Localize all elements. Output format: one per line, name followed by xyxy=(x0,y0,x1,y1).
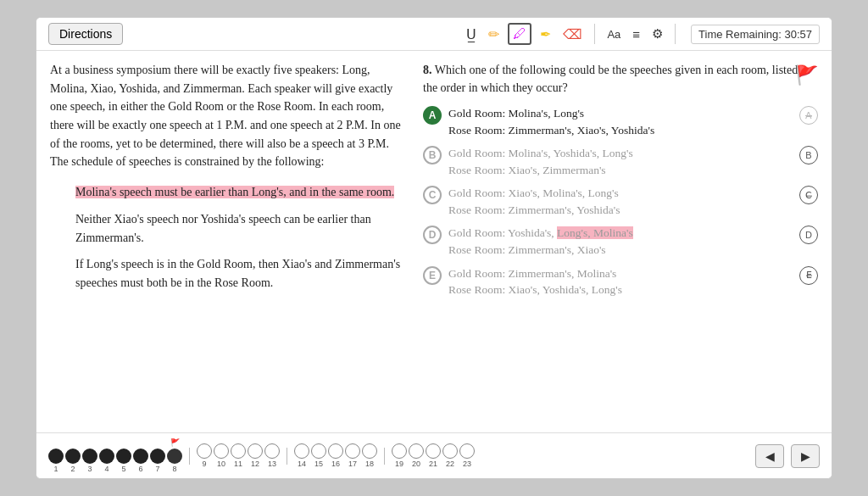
nav-dot-14[interactable] xyxy=(294,443,309,459)
choice-circle-d[interactable]: D xyxy=(423,226,442,244)
left-panel: At a business symposium there will be ex… xyxy=(50,61,406,422)
font-size-icon[interactable]: Aa xyxy=(604,26,624,42)
toolbar: Directions U̲ ✏ 🖊 ✒ ⌫ Aa ≡ ⚙ Time Remain… xyxy=(36,18,832,51)
choice-row-a: A Gold Room: Molina's, Long'sRose Room: … xyxy=(423,105,818,138)
constraint-1: Molina's speech must be earlier than Lon… xyxy=(75,183,406,202)
dot-num-6: 6 xyxy=(133,465,148,473)
settings-icon[interactable]: ⚙ xyxy=(648,25,666,43)
choice-row-b: B Gold Room: Molina's, Yoshida's, Long's… xyxy=(423,145,818,178)
nav-dot-3[interactable] xyxy=(82,449,97,464)
nav-dot-21[interactable] xyxy=(426,443,441,459)
nav-dot-4[interactable] xyxy=(99,449,114,464)
question-header: 8. Which one of the following could be t… xyxy=(423,61,818,97)
d-highlighted: Long's, Molina's xyxy=(557,226,633,239)
nav-group-3: 14 15 16 17 18 xyxy=(294,443,377,468)
divider1 xyxy=(594,24,595,44)
line-spacing-icon[interactable]: ≡ xyxy=(629,25,643,43)
nav-arrows: ◀ ▶ xyxy=(752,444,820,468)
question-number: 8. xyxy=(423,64,432,76)
nav-dot-11[interactable] xyxy=(231,443,246,459)
choice-text-e: Gold Room: Zimmerman's, Molina'sRose Roo… xyxy=(448,265,793,298)
nav-dot-22[interactable] xyxy=(442,443,458,459)
elim-icon-e[interactable]: E̶ xyxy=(799,266,818,285)
right-panel: 8. Which one of the following could be t… xyxy=(423,61,818,422)
nav-dot-2[interactable] xyxy=(65,449,81,464)
constraint-2: Neither Xiao's speech nor Yoshida's spee… xyxy=(75,210,406,247)
nav-dot-10[interactable] xyxy=(214,443,229,459)
underline-icon[interactable]: U̲ xyxy=(463,25,480,44)
nav-group-2: 9 10 11 12 13 xyxy=(197,443,280,468)
choice-row-d: D Gold Room: Yoshida's, Long's, Molina's… xyxy=(423,225,818,258)
elim-icon-b[interactable]: B xyxy=(799,146,818,164)
nav-dot-15[interactable] xyxy=(311,443,326,459)
dot-num-4: 4 xyxy=(99,465,114,473)
dot-col-5: 5 xyxy=(116,449,131,473)
question-text: Which one of the following could be the … xyxy=(423,64,810,94)
pencil-icon[interactable]: ✏ xyxy=(485,25,503,44)
dot-col-4: 4 xyxy=(99,449,114,473)
choice-circle-a[interactable]: A xyxy=(423,106,442,125)
nav-group-4: 19 20 21 22 23 xyxy=(392,443,475,468)
dot-col-8: 🚩 8 xyxy=(167,438,182,473)
nav-dot-7[interactable] xyxy=(150,449,165,464)
choice-row-c: C Gold Room: Xiao's, Molina's, Long'sRos… xyxy=(423,185,818,218)
constraint-3: If Long's speech is in the Gold Room, th… xyxy=(75,255,406,292)
choice-text-c: Gold Room: Xiao's, Molina's, Long'sRose … xyxy=(448,185,793,218)
dot-col-7: 7 xyxy=(150,449,165,473)
choice-text-a: Gold Room: Molina's, Long'sRose Room: Zi… xyxy=(448,105,793,138)
nav-dot-6[interactable] xyxy=(133,449,148,464)
divider2 xyxy=(675,24,676,44)
constraint-1-highlighted: Molina's speech must be earlier than Lon… xyxy=(75,186,394,198)
dot-num-5: 5 xyxy=(116,465,131,473)
dot-col-3: 3 xyxy=(82,449,97,473)
nav-dot-19[interactable] xyxy=(392,443,407,459)
nav-div-2 xyxy=(287,448,287,465)
passage-text: At a business symposium there will be ex… xyxy=(50,61,406,171)
dot-num-1: 1 xyxy=(48,465,64,473)
toolbar-icons: U̲ ✏ 🖊 ✒ ⌫ Aa ≡ ⚙ Time Remaining: 30:57 xyxy=(463,23,820,45)
nav-dot-16[interactable] xyxy=(328,443,343,459)
choice-circle-e[interactable]: E xyxy=(423,266,442,285)
dot-num-2: 2 xyxy=(65,465,81,473)
flag-icon[interactable]: 🚩 xyxy=(795,61,818,89)
answer-choices: A Gold Room: Molina's, Long'sRose Room: … xyxy=(423,105,818,298)
next-button[interactable]: ▶ xyxy=(791,444,820,468)
time-remaining: Time Remaining: 30:57 xyxy=(691,25,820,44)
dot-num-8: 8 xyxy=(167,465,182,473)
nav-dot-18[interactable] xyxy=(362,443,377,459)
content-area: At a business symposium there will be ex… xyxy=(36,51,832,432)
flag-marker-8: 🚩 xyxy=(170,438,180,447)
elim-icon-d[interactable]: D xyxy=(799,226,818,244)
eraser-icon[interactable]: ⌫ xyxy=(559,25,586,44)
nav-dot-20[interactable] xyxy=(409,443,424,459)
choice-circle-b[interactable]: B xyxy=(423,146,442,164)
elim-icon-a[interactable]: A̶ xyxy=(799,106,818,125)
dot-num-7: 7 xyxy=(150,465,165,473)
prev-button[interactable]: ◀ xyxy=(755,444,784,468)
dot-col-6: 6 xyxy=(133,449,148,473)
nav-dot-17[interactable] xyxy=(345,443,360,459)
nav-dot-9[interactable] xyxy=(197,443,212,459)
directions-button[interactable]: Directions xyxy=(48,23,123,45)
bottom-nav: 1 2 3 4 5 6 7 xyxy=(36,432,832,478)
choice-text-d: Gold Room: Yoshida's, Long's, Molina'sRo… xyxy=(448,225,793,258)
nav-dot-13[interactable] xyxy=(264,443,280,459)
nav-dot-23[interactable] xyxy=(459,443,475,459)
dot-num-3: 3 xyxy=(82,465,97,473)
marker-icon[interactable]: ✒ xyxy=(537,25,554,44)
nav-group-1: 1 2 3 4 5 6 7 xyxy=(48,438,182,473)
dot-col-1: 1 xyxy=(48,449,64,473)
highlight-icon[interactable]: 🖊 xyxy=(508,23,531,45)
dot-col-2: 2 xyxy=(65,449,81,473)
main-container: Directions U̲ ✏ 🖊 ✒ ⌫ Aa ≡ ⚙ Time Remain… xyxy=(36,17,832,479)
nav-div-1 xyxy=(189,448,190,465)
choice-text-b: Gold Room: Molina's, Yoshida's, Long'sRo… xyxy=(448,145,793,178)
choice-circle-c[interactable]: C xyxy=(423,186,442,204)
choice-row-e: E Gold Room: Zimmerman's, Molina'sRose R… xyxy=(423,265,818,298)
nav-dot-1[interactable] xyxy=(48,449,64,464)
nav-div-3 xyxy=(384,448,385,465)
nav-dot-8[interactable] xyxy=(167,449,182,464)
nav-dot-12[interactable] xyxy=(248,443,263,459)
nav-dot-5[interactable] xyxy=(116,449,131,464)
elim-icon-c[interactable]: C̶ xyxy=(799,186,818,204)
